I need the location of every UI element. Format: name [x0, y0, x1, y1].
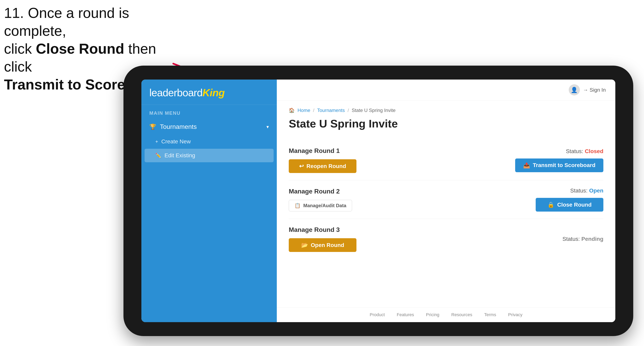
- instruction-bold1: Close Round: [36, 41, 124, 57]
- round-3-section: Manage Round 3 📂 Open Round Status: Pend…: [289, 219, 604, 259]
- round-2-left: Manage Round 2 📋 Manage/Audit Data: [289, 188, 352, 211]
- breadcrumb-tournaments[interactable]: Tournaments: [317, 108, 345, 113]
- reopen-round-button[interactable]: ↩ Reopen Round: [289, 159, 356, 173]
- round-3-left: Manage Round 3 📂 Open Round: [289, 226, 356, 252]
- transmit-to-scoreboard-button[interactable]: 📤 Transmit to Scoreboard: [515, 159, 604, 172]
- round-2-right: Status: Open 🔒 Close Round: [536, 187, 604, 212]
- sidebar-item-tournaments[interactable]: 🏆 Tournaments ▾: [142, 119, 277, 135]
- sidebar-item-create-new[interactable]: + Create New: [142, 135, 277, 148]
- round-1-section: Manage Round 1 ↩ Reopen Round Status: Cl…: [289, 140, 604, 180]
- round-3-right: Status: Pending: [562, 236, 604, 242]
- round-1-status-value: Closed: [585, 148, 604, 154]
- avatar: 👤: [569, 84, 580, 95]
- tournaments-label: Tournaments: [160, 123, 197, 131]
- close-round-label: Close Round: [557, 202, 592, 208]
- plus-icon: +: [155, 139, 158, 144]
- transmit-label: Transmit to Scoreboard: [533, 162, 596, 169]
- round-3-status: Status: Pending: [562, 236, 604, 242]
- footer-privacy[interactable]: Privacy: [508, 312, 522, 317]
- close-round-button[interactable]: 🔒 Close Round: [536, 198, 604, 212]
- sidebar-item-edit-existing[interactable]: ✏️ Edit Existing: [144, 149, 274, 162]
- reopen-icon: ↩: [299, 163, 304, 170]
- app-layout: leaderboardKing MAIN MENU 🏆 Tournaments …: [142, 80, 615, 322]
- footer-terms[interactable]: Terms: [484, 312, 496, 317]
- chevron-down-icon: ▾: [266, 124, 269, 130]
- lock-icon: 🔒: [548, 201, 554, 208]
- manage-audit-button[interactable]: 📋 Manage/Audit Data: [289, 200, 352, 211]
- edit-icon: ✏️: [155, 153, 161, 158]
- top-bar: 👤 → Sign In: [277, 80, 615, 100]
- round-1-right: Status: Closed 📤 Transmit to Scoreboard: [515, 148, 604, 172]
- footer: Product Features Pricing Resources Terms…: [277, 307, 615, 322]
- content-area: 🏠 Home / Tournaments / State U Spring In…: [277, 100, 615, 307]
- sign-in-label: → Sign In: [583, 87, 606, 93]
- breadcrumb-home[interactable]: Home: [298, 108, 310, 113]
- main-menu-label: MAIN MENU: [142, 105, 277, 119]
- open-round-button[interactable]: 📂 Open Round: [289, 238, 356, 252]
- breadcrumb-sep1: /: [313, 108, 314, 113]
- round-1-status: Status: Closed: [566, 148, 604, 155]
- breadcrumb-icon: 🏠: [289, 108, 295, 113]
- round-2-title: Manage Round 2: [289, 188, 352, 195]
- reopen-round-label: Reopen Round: [306, 163, 346, 170]
- round-3-title: Manage Round 3: [289, 226, 356, 233]
- page-title: State U Spring Invite: [289, 117, 604, 130]
- logo-text: leaderboardKing: [149, 87, 224, 98]
- instruction-line2: click: [4, 41, 36, 57]
- transmit-icon: 📤: [523, 162, 530, 169]
- logo-king: King: [202, 87, 225, 98]
- folder-icon: 📂: [301, 242, 308, 248]
- round-2-status: Status: Open: [570, 187, 604, 194]
- sign-in-area[interactable]: 👤 → Sign In: [569, 84, 606, 95]
- audit-icon: 📋: [294, 203, 300, 208]
- footer-pricing[interactable]: Pricing: [426, 312, 439, 317]
- round-2-status-value: Open: [589, 187, 604, 194]
- main-content: 👤 → Sign In 🏠 Home / Tournaments / State…: [277, 80, 615, 322]
- round-2-section: Manage Round 2 📋 Manage/Audit Data Statu…: [289, 180, 604, 219]
- logo-leaderboard: leaderboard: [149, 87, 202, 98]
- breadcrumb-sep2: /: [348, 108, 349, 113]
- instruction-line1: 11. Once a round is complete,: [4, 5, 129, 39]
- open-round-label: Open Round: [311, 242, 344, 248]
- round-3-status-value: Pending: [582, 236, 604, 242]
- footer-resources[interactable]: Resources: [451, 312, 472, 317]
- sidebar-logo: leaderboardKing: [142, 80, 277, 105]
- round-1-title: Manage Round 1: [289, 147, 356, 155]
- edit-existing-label: Edit Existing: [164, 152, 195, 159]
- trophy-icon: 🏆: [149, 124, 156, 130]
- footer-features[interactable]: Features: [397, 312, 414, 317]
- sidebar: leaderboardKing MAIN MENU 🏆 Tournaments …: [142, 80, 277, 322]
- breadcrumb: 🏠 Home / Tournaments / State U Spring In…: [289, 108, 604, 113]
- tablet-device: leaderboardKing MAIN MENU 🏆 Tournaments …: [124, 66, 633, 336]
- round-1-left: Manage Round 1 ↩ Reopen Round: [289, 147, 356, 173]
- breadcrumb-current: State U Spring Invite: [352, 108, 396, 113]
- footer-product[interactable]: Product: [370, 312, 385, 317]
- manage-audit-label: Manage/Audit Data: [303, 203, 346, 208]
- create-new-label: Create New: [161, 138, 191, 145]
- tablet-screen: leaderboardKing MAIN MENU 🏆 Tournaments …: [142, 80, 615, 322]
